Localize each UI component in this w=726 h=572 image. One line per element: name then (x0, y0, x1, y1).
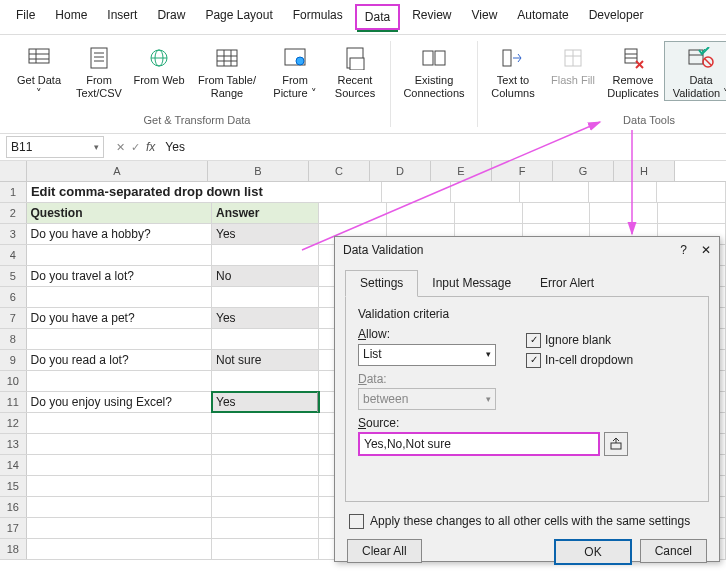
cell[interactable] (212, 287, 319, 307)
tab-file[interactable]: File (8, 4, 43, 30)
tab-automate[interactable]: Automate (509, 4, 576, 30)
select-all-corner[interactable] (0, 161, 27, 181)
cell[interactable] (314, 182, 383, 202)
cell[interactable] (523, 203, 591, 223)
cancel-button[interactable]: Cancel (640, 539, 707, 563)
cell[interactable] (27, 287, 212, 307)
row-header[interactable]: 16 (0, 497, 27, 517)
tab-data[interactable]: Data (355, 4, 400, 30)
close-icon[interactable]: ✕ (701, 243, 711, 257)
col-header-d[interactable]: D (370, 161, 431, 181)
dialog-tab-error-alert[interactable]: Error Alert (525, 270, 609, 296)
cell[interactable] (27, 497, 212, 517)
cell[interactable] (27, 245, 212, 265)
cell[interactable] (657, 182, 726, 202)
dropdown-arrow[interactable] (317, 392, 319, 412)
col-header-a[interactable]: A (27, 161, 208, 181)
cell[interactable] (451, 182, 520, 202)
tab-home[interactable]: Home (47, 4, 95, 30)
cell[interactable]: Question (27, 203, 212, 223)
cell[interactable]: Not sure (212, 350, 319, 370)
col-header-g[interactable]: G (553, 161, 614, 181)
row-header[interactable]: 5 (0, 266, 27, 286)
apply-all-checkbox[interactable] (349, 514, 364, 529)
ok-button[interactable]: OK (554, 539, 631, 565)
get-data-button[interactable]: Get Data ˅ (10, 41, 68, 100)
recent-sources-button[interactable]: Recent Sources (326, 41, 384, 100)
data-validation-button[interactable]: Data Validation ˅ (664, 41, 726, 100)
row-header[interactable]: 14 (0, 455, 27, 475)
tab-review[interactable]: Review (404, 4, 459, 30)
col-header-e[interactable]: E (431, 161, 492, 181)
cancel-formula-icon[interactable]: ✕ (116, 141, 125, 154)
row-header[interactable]: 13 (0, 434, 27, 454)
ignore-blank-checkbox[interactable]: ✓ (526, 333, 541, 348)
row-header[interactable]: 15 (0, 476, 27, 496)
cell[interactable]: Do you enjoy using Excel? (27, 392, 212, 412)
row-header[interactable]: 10 (0, 371, 27, 391)
text-to-columns-button[interactable]: Text to Columns (484, 41, 542, 100)
row-header[interactable]: 12 (0, 413, 27, 433)
row-header[interactable]: 1 (0, 182, 27, 202)
row-header[interactable]: 17 (0, 518, 27, 538)
tab-view[interactable]: View (464, 4, 506, 30)
row-header[interactable]: 4 (0, 245, 27, 265)
dialog-tab-settings[interactable]: Settings (345, 270, 418, 296)
cell[interactable]: No (212, 266, 319, 286)
cell[interactable] (27, 539, 212, 559)
accept-formula-icon[interactable]: ✓ (131, 141, 140, 154)
cell[interactable]: Do you read a lot? (27, 350, 212, 370)
from-web-button[interactable]: From Web (130, 41, 188, 88)
cell[interactable]: Edit comma-separated drop down list (27, 182, 314, 202)
cell[interactable] (212, 455, 319, 475)
cell[interactable] (212, 497, 319, 517)
row-header[interactable]: 6 (0, 287, 27, 307)
tab-developer[interactable]: Developer (581, 4, 652, 30)
cell[interactable]: Yes (212, 224, 319, 244)
cell[interactable] (27, 455, 212, 475)
clear-all-button[interactable]: Clear All (347, 539, 422, 563)
cell[interactable] (27, 329, 212, 349)
cell[interactable] (590, 203, 658, 223)
cell[interactable] (455, 203, 523, 223)
cell[interactable] (589, 182, 658, 202)
from-table-range-button[interactable]: From Table/ Range (190, 41, 264, 100)
cell[interactable] (387, 203, 455, 223)
allow-select[interactable]: List▾ (358, 344, 496, 366)
cell[interactable] (27, 434, 212, 454)
cell[interactable]: Do you have a pet? (27, 308, 212, 328)
source-input[interactable]: Yes,No,Not sure (358, 432, 600, 456)
row-header[interactable]: 7 (0, 308, 27, 328)
cell[interactable] (27, 413, 212, 433)
cell[interactable] (27, 476, 212, 496)
from-text-csv-button[interactable]: From Text/CSV (70, 41, 128, 100)
existing-connections-button[interactable]: Existing Connections (397, 41, 471, 100)
col-header-f[interactable]: F (492, 161, 553, 181)
cell[interactable] (212, 434, 319, 454)
row-header[interactable]: 8 (0, 329, 27, 349)
tab-formulas[interactable]: Formulas (285, 4, 351, 30)
cell[interactable] (319, 203, 387, 223)
name-box[interactable]: B11▾ (6, 136, 104, 158)
flash-fill-button[interactable]: Flash Fill (544, 41, 602, 88)
formula-input[interactable]: Yes (161, 140, 720, 154)
cell[interactable] (212, 329, 319, 349)
row-header[interactable]: 2 (0, 203, 27, 223)
col-header-h[interactable]: H (614, 161, 675, 181)
cell[interactable] (27, 371, 212, 391)
from-picture-button[interactable]: From Picture ˅ (266, 41, 324, 100)
row-header[interactable]: 9 (0, 350, 27, 370)
row-header[interactable]: 18 (0, 539, 27, 559)
incell-dropdown-checkbox[interactable]: ✓ (526, 353, 541, 368)
cell[interactable] (212, 476, 319, 496)
range-selector-button[interactable] (604, 432, 628, 456)
cell[interactable] (27, 518, 212, 538)
tab-insert[interactable]: Insert (99, 4, 145, 30)
row-header[interactable]: 11 (0, 392, 27, 412)
cell[interactable] (658, 203, 726, 223)
tab-page-layout[interactable]: Page Layout (197, 4, 280, 30)
cell[interactable] (382, 182, 451, 202)
dialog-tab-input-message[interactable]: Input Message (417, 270, 526, 296)
cell[interactable]: Yes (212, 392, 319, 412)
col-header-c[interactable]: C (309, 161, 370, 181)
